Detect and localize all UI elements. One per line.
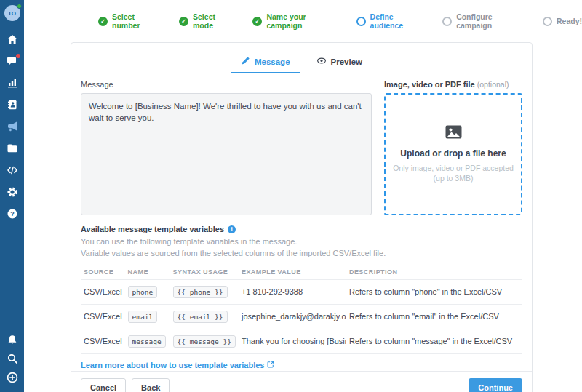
search-button[interactable] xyxy=(7,353,18,364)
table-header-row: SOURCE NAME SYNTAX USAGE EXAMPLE VALUE D… xyxy=(81,265,522,280)
cell-description: Refers to column "phone" in the Excel/CS… xyxy=(346,279,522,304)
message-preview-tabs: Message Preview xyxy=(71,43,532,73)
info-icon[interactable]: i xyxy=(228,225,236,233)
sidebar-item-files[interactable] xyxy=(7,143,18,154)
learn-more-link[interactable]: Learn more about how to use template var… xyxy=(81,361,274,369)
variable-syntax-chip: {{ email }} xyxy=(173,311,228,323)
add-new-button[interactable] xyxy=(7,372,18,383)
table-row: CSV/Excel email {{ email }} josephine_da… xyxy=(81,304,522,329)
continue-button[interactable]: Continue xyxy=(469,378,522,392)
step-label: Define audience xyxy=(370,12,423,30)
code-icon xyxy=(7,164,18,176)
step-complete-icon: ✓ xyxy=(98,17,108,26)
help-icon: ? xyxy=(7,208,18,220)
template-variables-section: Available message template variables i Y… xyxy=(81,225,522,371)
bar-chart-icon xyxy=(7,77,18,89)
table-row: CSV/Excel message {{ message }} Thank yo… xyxy=(81,329,522,353)
bell-icon xyxy=(7,334,18,345)
cell-source: CSV/Excel xyxy=(81,329,125,353)
svg-text:?: ? xyxy=(10,210,15,217)
variables-description-line2: Variable values are sourced from the sel… xyxy=(81,248,522,260)
cell-example: Thank you for choosing [Business Na… xyxy=(239,329,346,353)
cell-source: CSV/Excel xyxy=(81,279,125,304)
step-label: Select number xyxy=(112,12,159,30)
step-upcoming-icon xyxy=(442,17,452,26)
header-description: DESCRIPTION xyxy=(346,265,522,280)
gear-icon xyxy=(7,186,18,198)
upload-optional-note: (optional) xyxy=(477,80,509,89)
table-row: CSV/Excel phone {{ phone }} +1 810-292-9… xyxy=(81,279,522,304)
variable-syntax-chip: {{ phone }} xyxy=(173,286,228,298)
variables-description: You can use the following template varia… xyxy=(81,236,522,260)
image-placeholder-icon xyxy=(445,125,462,142)
variable-name-chip: message xyxy=(128,335,166,348)
variables-description-line1: You can use the following template varia… xyxy=(81,236,522,248)
header-name: NAME xyxy=(125,265,170,280)
address-book-icon xyxy=(7,99,18,111)
step-select-mode[interactable]: ✓ Select mode xyxy=(179,12,233,30)
step-ready[interactable]: Ready! xyxy=(543,17,582,26)
tab-message[interactable]: Message xyxy=(231,52,300,73)
sidebar-nav: ? xyxy=(7,28,18,225)
variables-table: SOURCE NAME SYNTAX USAGE EXAMPLE VALUE D… xyxy=(81,265,522,354)
cell-example: +1 810-292-9388 xyxy=(239,279,346,304)
notifications-button[interactable] xyxy=(7,334,18,345)
header-source: SOURCE xyxy=(81,265,125,280)
step-name-campaign[interactable]: ✓ Name your campaign xyxy=(252,12,336,30)
online-status-dot xyxy=(17,4,22,9)
upload-label: Image, video or PDF file (optional) xyxy=(384,80,522,89)
header-syntax: SYNTAX USAGE xyxy=(170,265,239,280)
campaign-stepper: ✓ Select number ✓ Select mode ✓ Name you… xyxy=(24,0,582,42)
step-label: Name your campaign xyxy=(266,12,336,30)
notification-dot xyxy=(16,54,20,58)
app-root: TO xyxy=(0,0,582,392)
back-button[interactable]: Back xyxy=(132,378,170,392)
sidebar-item-developer[interactable] xyxy=(7,164,18,176)
sidebar-bottom xyxy=(7,330,18,387)
sidebar-item-settings[interactable] xyxy=(7,186,18,198)
search-icon xyxy=(7,353,18,364)
card-content: Message Welcome to [Business Name]! We'r… xyxy=(71,73,532,371)
variable-syntax-chip: {{ message }} xyxy=(173,335,236,348)
folder-icon xyxy=(7,143,18,154)
sidebar-item-analytics[interactable] xyxy=(7,77,18,89)
sidebar-item-conversations[interactable] xyxy=(7,55,18,67)
step-label: Ready! xyxy=(557,17,582,25)
external-link-icon xyxy=(267,361,274,369)
cell-source: CSV/Excel xyxy=(81,304,125,329)
campaign-card: Message Preview Message Welcome to [Busi… xyxy=(71,42,533,392)
variable-name-chip: email xyxy=(128,311,158,323)
variables-title: Available message template variables xyxy=(81,225,224,233)
eye-icon xyxy=(316,56,327,67)
header-example: EXAMPLE VALUE xyxy=(239,265,346,280)
upload-label-text: Image, video or PDF file xyxy=(384,80,475,89)
plus-circle-icon xyxy=(7,372,18,383)
learn-more-label: Learn more about how to use template var… xyxy=(81,361,264,369)
step-label: Select mode xyxy=(193,12,233,30)
step-label: Configure campaign xyxy=(456,12,523,30)
sidebar-item-campaigns[interactable] xyxy=(7,121,18,132)
card-footer: Cancel Back Continue xyxy=(71,371,532,392)
message-input[interactable]: Welcome to [Business Name]! We're thrill… xyxy=(81,93,372,215)
dropzone-title: Upload or drop a file here xyxy=(400,148,506,159)
cancel-button[interactable]: Cancel xyxy=(81,378,126,392)
user-avatar[interactable]: TO xyxy=(4,5,20,21)
home-icon xyxy=(7,33,18,45)
message-label: Message xyxy=(81,80,372,89)
file-dropzone[interactable]: Upload or drop a file here Only image, v… xyxy=(384,93,522,215)
step-define-audience[interactable]: Define audience xyxy=(356,12,423,30)
sidebar-item-home[interactable] xyxy=(7,33,18,45)
step-upcoming-icon xyxy=(543,17,552,26)
cell-description: Refers to column "email" in the Excel/CS… xyxy=(346,304,522,329)
sidebar-item-contacts[interactable] xyxy=(7,99,18,111)
megaphone-icon xyxy=(7,121,18,132)
step-select-number[interactable]: ✓ Select number xyxy=(98,12,159,30)
sidebar-item-help[interactable]: ? xyxy=(7,208,18,220)
step-configure-campaign[interactable]: Configure campaign xyxy=(442,12,523,30)
tab-preview[interactable]: Preview xyxy=(306,52,372,73)
step-complete-icon: ✓ xyxy=(252,17,262,26)
dropzone-subtitle: Only image, video or PDF accepted (up to… xyxy=(393,163,514,183)
tab-label: Preview xyxy=(331,57,362,66)
pencil-icon xyxy=(241,56,250,67)
cell-description: Refers to column "message" in the Excel/… xyxy=(346,329,522,353)
